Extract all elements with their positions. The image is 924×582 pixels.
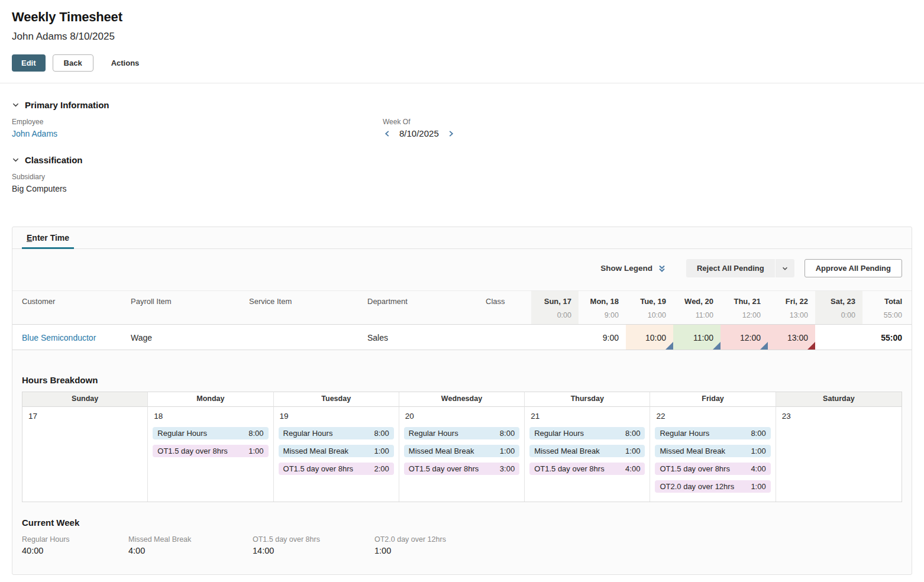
breakdown-day-header: Saturday <box>776 392 902 407</box>
subsidiary-value: Big Computers <box>12 184 67 193</box>
current-week-title: Current Week <box>22 518 902 528</box>
primary-information-header[interactable]: Primary Information <box>12 100 924 110</box>
stat-value: 1:00 <box>374 546 446 555</box>
enter-time-panel: Enter Time Show Legend Reject All Pendin… <box>12 227 912 575</box>
breakdown-day-cell: 19Regular Hours8:00Missed Meal Break1:00… <box>274 407 399 502</box>
breakdown-date: 17 <box>28 412 143 421</box>
day-cell-value: 10:00 <box>645 333 666 342</box>
next-week-icon[interactable] <box>448 130 454 138</box>
breakdown-day-cell: 20Regular Hours8:00Missed Meal Break1:00… <box>399 407 525 502</box>
breakdown-entry: OT1.5 day over 8hrs4:00 <box>529 463 645 475</box>
day-header: Sat, 23 <box>815 291 862 308</box>
week-of-label: Week Of <box>383 118 454 126</box>
breakdown-date: 20 <box>405 412 519 421</box>
day-cell[interactable] <box>815 325 862 350</box>
page-subtitle: John Adams 8/10/2025 <box>12 31 912 43</box>
section-title: Classification <box>25 155 83 165</box>
breakdown-entry: Regular Hours8:00 <box>279 427 394 439</box>
day-cell[interactable]: 13:00 <box>768 325 815 350</box>
reject-all-pending-button[interactable]: Reject All Pending <box>686 259 775 277</box>
breakdown-entry-value: 8:00 <box>625 429 640 438</box>
current-week-stat: OT1.5 day over 8hrs14:00 <box>253 535 374 555</box>
breakdown-entry: Missed Meal Break1:00 <box>529 445 645 457</box>
employee-link[interactable]: John Adams <box>12 129 57 138</box>
row-department: Sales <box>367 325 486 350</box>
week-of-field: Week Of 8/10/2025 <box>383 118 454 138</box>
day-subtotal: 0:00 <box>531 308 579 324</box>
day-cell[interactable]: 10:00 <box>626 325 673 350</box>
breakdown-entry-label: Regular Hours <box>409 429 458 438</box>
day-cell-value: 9:00 <box>603 333 619 342</box>
day-cell[interactable] <box>531 325 579 350</box>
breakdown-entry-label: Regular Hours <box>283 429 333 438</box>
breakdown-day-cell: 22Regular Hours8:00Missed Meal Break1:00… <box>650 407 776 502</box>
day-header: Fri, 22 <box>768 291 815 308</box>
employee-label: Employee <box>12 118 383 126</box>
classification-fields: Subsidiary Big Computers <box>12 173 924 193</box>
chevron-down-icon[interactable] <box>12 101 20 109</box>
approve-all-pending-button[interactable]: Approve All Pending <box>805 259 902 277</box>
column-header-payroll-item: Payroll Item <box>131 291 249 308</box>
page-header: Weekly Timesheet John Adams 8/10/2025 Ed… <box>0 0 924 72</box>
breakdown-entry: OT1.5 day over 8hrs3:00 <box>404 463 519 475</box>
breakdown-entry-label: Regular Hours <box>660 429 709 438</box>
chevron-down-icon <box>781 265 789 272</box>
breakdown-entry: Missed Meal Break1:00 <box>404 445 519 457</box>
day-cell-value: 13:00 <box>787 333 808 342</box>
column-header-class: Class <box>486 291 531 308</box>
column-header-department: Department <box>367 291 486 308</box>
breakdown-day-header: Monday <box>148 392 273 407</box>
current-week-stat: Regular Hours40:00 <box>22 535 128 555</box>
day-cell[interactable]: 11:00 <box>673 325 721 350</box>
breakdown-day-header: Sunday <box>22 392 148 407</box>
stat-label: Regular Hours <box>22 535 128 544</box>
classification-header[interactable]: Classification <box>12 155 924 165</box>
breakdown-day-cell: 21Regular Hours8:00Missed Meal Break1:00… <box>525 407 650 502</box>
section-title: Primary Information <box>25 100 109 110</box>
tab-enter-time[interactable]: Enter Time <box>22 227 74 248</box>
day-cell-value: 11:00 <box>693 333 713 342</box>
breakdown-entry-label: Regular Hours <box>157 429 207 438</box>
breakdown-entry: OT2.0 day over 12hrs1:00 <box>655 480 770 493</box>
stat-value: 4:00 <box>128 546 253 555</box>
breakdown-entry: Missed Meal Break1:00 <box>279 445 394 457</box>
breakdown-entry-value: 8:00 <box>248 429 263 438</box>
breakdown-date: 21 <box>531 412 645 421</box>
day-subtotal: 0:00 <box>815 308 862 324</box>
subtotal-spacer <box>12 308 531 324</box>
day-subtotal: 10:00 <box>626 308 673 324</box>
breakdown-entry: Regular Hours8:00 <box>529 427 645 439</box>
breakdown-entry-value: 3:00 <box>500 464 515 473</box>
day-header: Tue, 19 <box>626 291 673 308</box>
primary-information-fields: Employee John Adams Week Of 8/10/2025 <box>12 118 924 138</box>
column-header-service-item: Service Item <box>249 291 367 308</box>
current-week-stats: Regular Hours40:00Missed Meal Break4:00O… <box>12 535 912 555</box>
actions-button[interactable]: Actions <box>104 54 147 72</box>
previous-week-icon[interactable] <box>384 130 390 138</box>
breakdown-entry-value: 1:00 <box>751 482 765 491</box>
breakdown-entry-value: 4:00 <box>625 464 640 473</box>
day-subtotal: 9:00 <box>579 308 626 324</box>
breakdown-entry: Regular Hours8:00 <box>153 427 268 439</box>
edit-button[interactable]: Edit <box>12 54 46 72</box>
day-cell[interactable]: 12:00 <box>721 325 768 350</box>
column-header-customer: Customer <box>12 291 131 308</box>
breakdown-entry-label: OT2.0 day over 12hrs <box>660 482 734 491</box>
chevron-down-icon[interactable] <box>12 156 20 164</box>
hours-breakdown-table: SundayMondayTuesdayWednesdayThursdayFrid… <box>22 392 902 502</box>
stat-value: 40:00 <box>22 546 128 555</box>
show-legend-button[interactable]: Show Legend <box>600 264 666 273</box>
breakdown-day-cell: 23 <box>776 407 902 502</box>
breakdown-entry-label: OT1.5 day over 8hrs <box>283 464 354 473</box>
reject-dropdown-button[interactable] <box>776 259 794 277</box>
stat-label: OT1.5 day over 8hrs <box>253 535 374 544</box>
day-cell[interactable]: 9:00 <box>579 325 626 350</box>
breakdown-entry-value: 4:00 <box>751 464 765 473</box>
weekly-timesheet-page: Weekly Timesheet John Adams 8/10/2025 Ed… <box>0 0 924 575</box>
reject-all-pending-split-button: Reject All Pending <box>686 259 794 277</box>
total-header: Total <box>862 291 912 308</box>
back-button[interactable]: Back <box>53 54 93 72</box>
breakdown-entry-value: 1:00 <box>500 447 515 455</box>
customer-link[interactable]: Blue Semiconductor <box>22 333 96 342</box>
header-divider <box>0 83 924 83</box>
